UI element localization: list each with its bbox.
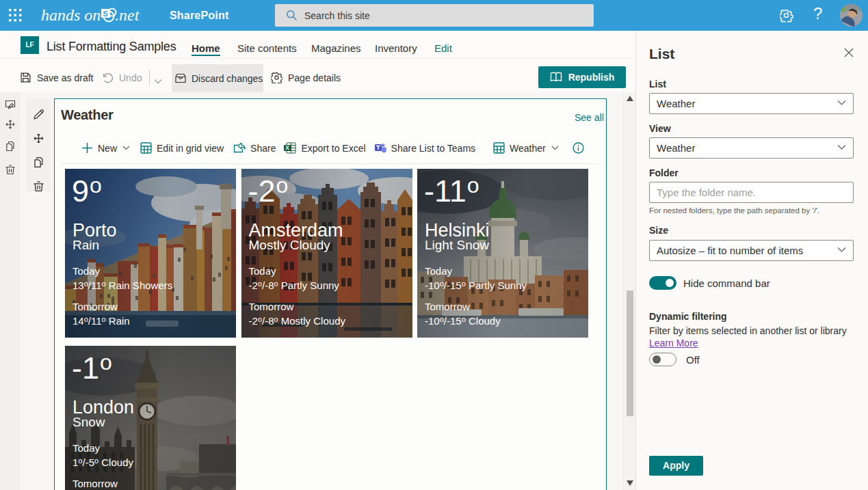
svg-text:S: S bbox=[103, 10, 108, 18]
svg-text:X: X bbox=[286, 144, 290, 151]
svg-text:hands on: hands on bbox=[41, 6, 101, 24]
svg-text:.net: .net bbox=[115, 6, 140, 24]
